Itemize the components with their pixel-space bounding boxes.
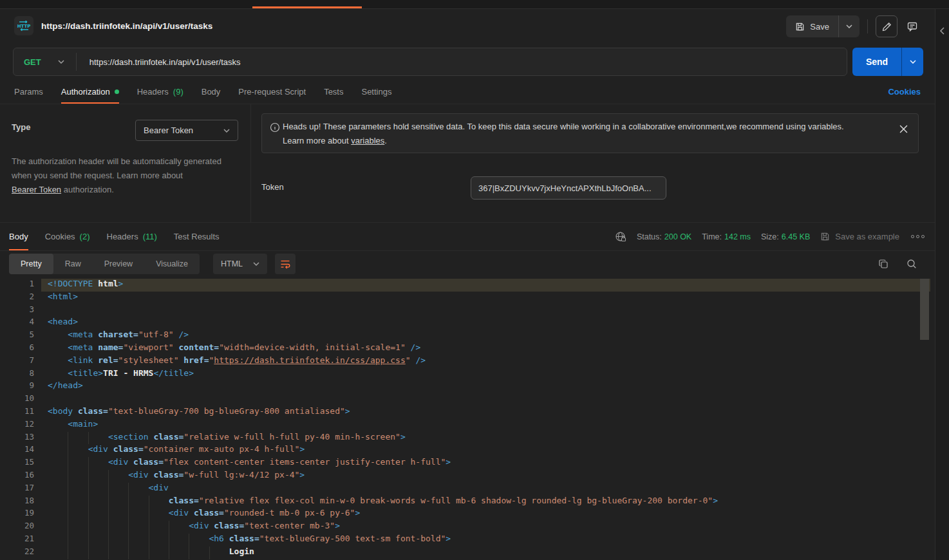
code-line-19[interactable]: <div class="rounded-t mb-0 px-6 py-6"> — [41, 508, 930, 521]
header-separator — [867, 19, 868, 33]
code-line-21[interactable]: <h6 class="text-blueGray-500 text-sm fon… — [41, 534, 930, 546]
status-value: 200 OK — [664, 232, 691, 241]
authorization-panel: Type Bearer Token The authorization head… — [0, 104, 935, 223]
code-lines: <!DOCTYPE html><html><head> <meta charse… — [41, 279, 930, 559]
size-label: Size: — [761, 232, 779, 241]
method-value: GET — [24, 57, 41, 67]
app-window: HTTP https://dash.triinfotek.in/api/v1/u… — [0, 0, 949, 560]
format-select[interactable]: HTML — [213, 254, 267, 274]
tab-tests[interactable]: Tests — [324, 80, 343, 104]
http-request-icon: HTTP — [14, 16, 33, 35]
banner-close-button[interactable] — [897, 123, 909, 135]
code-line-20[interactable]: <div class="text-center mb-3"> — [41, 521, 930, 534]
network-globe-icon[interactable] — [615, 231, 626, 243]
tab-body[interactable]: Body — [202, 80, 221, 104]
tab-params[interactable]: Params — [14, 80, 43, 104]
tab-headers[interactable]: Headers(9) — [137, 80, 183, 104]
code-line-15[interactable]: <div class="flex content-center items-ce… — [41, 457, 930, 470]
code-line-16[interactable]: <div class="w-full lg:w-4/12 px-4"> — [41, 470, 930, 483]
editor-scrollbar[interactable] — [920, 279, 929, 340]
svg-text:HTTP: HTTP — [17, 24, 31, 29]
copy-response-button[interactable] — [878, 259, 888, 269]
tab-body[interactable]: Body — [9, 223, 28, 250]
view-mode-segmented: PrettyRawPreviewVisualize — [9, 254, 200, 274]
request-header-row: HTTP https://dash.triinfotek.in/api/v1/u… — [0, 9, 935, 42]
request-tabs: ParamsAuthorizationHeaders(9)BodyPre-req… — [0, 80, 391, 104]
code-line-10[interactable] — [41, 393, 930, 406]
response-body-editor[interactable]: 12345678910111213141516171819202122 <!DO… — [0, 277, 935, 560]
wrap-text-icon — [280, 259, 290, 269]
sensitive-data-banner: Heads up! These parameters hold sensitiv… — [261, 113, 919, 153]
tab-headers[interactable]: Headers(11) — [107, 223, 157, 250]
tab-settings[interactable]: Settings — [361, 80, 391, 104]
save-button-label: Save — [810, 22, 829, 32]
tab-test-results[interactable]: Test Results — [174, 223, 220, 250]
response-tabs: BodyCookies(2)Headers(11)Test Results — [0, 223, 220, 250]
gutter: 12345678910111213141516171819202122 — [0, 279, 34, 559]
banner-line1: Heads up! These parameters hold sensitiv… — [283, 122, 844, 131]
chevron-down-icon — [223, 129, 230, 133]
token-input[interactable] — [471, 176, 666, 200]
method-select[interactable]: GET — [14, 57, 76, 67]
chevron-down-icon — [846, 24, 852, 28]
code-line-14[interactable]: <div class="container mx-auto px-4 h-ful… — [41, 444, 930, 457]
code-line-17[interactable]: <div — [41, 483, 930, 496]
code-line-22[interactable]: Login — [41, 546, 930, 559]
chevron-left-icon — [939, 27, 945, 35]
time-value: 142 ms — [724, 232, 751, 241]
auth-type-select[interactable]: Bearer Token — [135, 120, 238, 141]
view-mode-pretty[interactable]: Pretty — [9, 254, 53, 274]
auth-desc-line2: when you send the request. Learn more ab… — [12, 171, 183, 180]
view-mode-preview[interactable]: Preview — [93, 254, 144, 274]
view-mode-raw[interactable]: Raw — [53, 254, 93, 274]
code-line-13[interactable]: <section class="relative w-full h-full p… — [41, 432, 930, 445]
url-input[interactable] — [77, 57, 847, 67]
pencil-icon — [882, 22, 892, 32]
code-line-9[interactable]: </head> — [41, 380, 930, 393]
save-button[interactable]: Save — [786, 15, 838, 37]
send-options-button[interactable] — [901, 48, 923, 76]
save-options-button[interactable] — [838, 15, 860, 37]
code-line-12[interactable]: <main> — [41, 419, 930, 432]
cookies-link[interactable]: Cookies — [888, 80, 921, 104]
code-line-1[interactable]: <!DOCTYPE html> — [41, 279, 930, 292]
more-options-icon[interactable] — [910, 235, 926, 238]
banner-line2-suffix: . — [384, 136, 387, 145]
view-mode-visualize[interactable]: Visualize — [144, 254, 200, 274]
collapse-panel-button[interactable] — [939, 27, 945, 35]
response-meta: Status:200 OK Time:142 ms Size:6.45 KB S… — [615, 223, 926, 250]
tab-cookies[interactable]: Cookies(2) — [45, 223, 90, 250]
code-line-8[interactable]: <title>TRI - HRMS</title> — [41, 368, 930, 381]
status-label: Status: — [637, 232, 662, 241]
time-badge: Time:142 ms — [702, 232, 751, 241]
time-label: Time: — [702, 232, 722, 241]
bearer-token-link[interactable]: Bearer Token — [12, 185, 61, 194]
request-title: https://dash.triinfotek.in/api/v1/user/t… — [41, 21, 212, 31]
code-line-2[interactable]: <html> — [41, 292, 930, 304]
save-as-example-button[interactable]: Save as example — [820, 232, 899, 241]
tab-authorization[interactable]: Authorization — [61, 80, 119, 104]
size-badge: Size:6.45 KB — [761, 232, 810, 241]
status-badge: Status:200 OK — [637, 232, 691, 241]
save-as-example-label: Save as example — [835, 232, 899, 241]
code-line-7[interactable]: <link rel="stylesheet" href="https://das… — [41, 355, 930, 368]
edit-request-button[interactable] — [876, 15, 897, 37]
right-sidebar-rail — [935, 9, 949, 560]
code-line-6[interactable]: <meta name="viewport" content="width=dev… — [41, 342, 930, 355]
comments-button[interactable] — [901, 15, 923, 37]
wrap-lines-button[interactable] — [275, 254, 296, 274]
variables-link[interactable]: variables — [351, 136, 384, 145]
code-line-4[interactable]: <head> — [41, 317, 930, 330]
auth-description: The authorization header will be automat… — [12, 154, 243, 197]
code-line-3[interactable] — [41, 304, 930, 317]
search-icon — [907, 259, 917, 269]
response-header-row: BodyCookies(2)Headers(11)Test Results St… — [0, 223, 935, 251]
code-line-18[interactable]: class="relative flex flex-col min-w-0 br… — [41, 496, 930, 509]
banner-text: Heads up! These parameters hold sensitiv… — [283, 120, 888, 148]
search-response-button[interactable] — [907, 259, 917, 269]
send-button[interactable]: Send — [852, 48, 901, 76]
code-line-5[interactable]: <meta charset="utf-8" /> — [41, 330, 930, 342]
tab-pre-request-script[interactable]: Pre-request Script — [238, 80, 306, 104]
auth-type-label: Type — [12, 122, 30, 132]
code-line-11[interactable]: <body class="text-blueGray-700 bg-blueGr… — [41, 406, 930, 419]
